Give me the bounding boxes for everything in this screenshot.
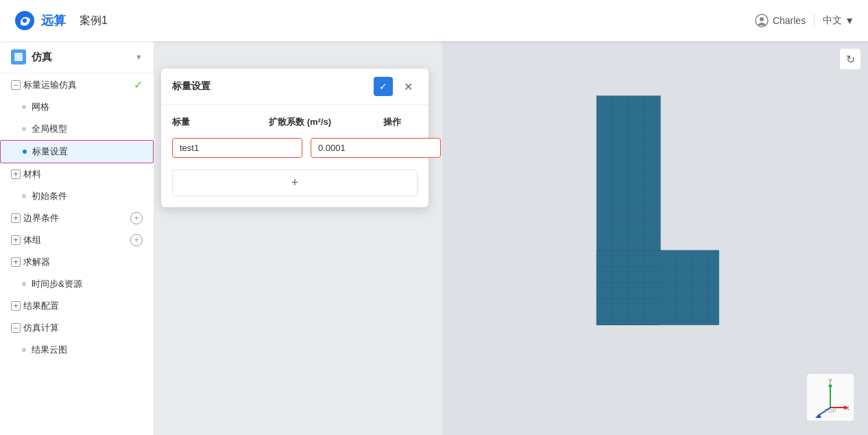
- tree-item[interactable]: 初始条件: [0, 185, 154, 207]
- scalar-name-input[interactable]: [172, 138, 302, 158]
- sidebar-title: 仿真: [32, 51, 52, 64]
- header-divider: [814, 14, 815, 27]
- project-name[interactable]: 案例1: [80, 14, 108, 28]
- tree-item[interactable]: + 体组 +: [0, 229, 154, 251]
- scalar-settings-dialog: 标量设置 ✓ ✕ 标量 扩散系数 (m²/s) 操作 删除 +: [161, 69, 429, 207]
- add-body-icon[interactable]: +: [130, 234, 143, 246]
- tree-label-scalar-transport: 标量运输仿真: [23, 79, 77, 91]
- sidebar-title-area: 仿真: [11, 49, 52, 64]
- tree-label-time-resources: 时间步&资源: [32, 278, 82, 290]
- user-icon: [755, 14, 769, 27]
- tree-label-sim-compute: 仿真计算: [23, 322, 59, 334]
- svg-point-31: [604, 104, 605, 105]
- scalar-row: 删除: [172, 135, 418, 160]
- lang-dropdown-icon: ▼: [845, 15, 854, 26]
- expand-icon-plus: +: [11, 169, 21, 179]
- tree-label-global-model: 全局模型: [32, 123, 67, 135]
- lang-label: 中文: [823, 14, 842, 27]
- svg-point-1: [23, 19, 27, 23]
- logo-area: 远算 案例1: [14, 10, 108, 32]
- tree-item[interactable]: + 边界条件 +: [0, 207, 154, 229]
- tree-label-initial-conditions: 初始条件: [32, 190, 67, 202]
- col-header-scalar: 标量: [172, 116, 261, 128]
- expand-icon-plus: +: [11, 213, 21, 223]
- mesh-svg: [442, 41, 868, 435]
- tree-item[interactable]: + 结果配置: [0, 295, 154, 317]
- dot-icon: [22, 348, 26, 352]
- tree-item[interactable]: 时间步&资源: [0, 273, 154, 295]
- dialog-title: 标量设置: [172, 80, 210, 93]
- viewport-3d: ↻: [442, 41, 868, 435]
- tree-label-scalar-settings: 标量设置: [32, 145, 68, 158]
- tree-label-result-cloud: 结果云图: [32, 344, 67, 356]
- app-header: 远算 案例1 Charles 中文 ▼: [0, 0, 868, 41]
- tree-label-body-groups: 体组: [23, 234, 41, 246]
- tree-item[interactable]: 网格: [0, 96, 154, 118]
- dot-icon: [22, 127, 26, 131]
- col-header-diffusion: 扩散系数 (m²/s): [269, 116, 375, 128]
- dot-icon: [23, 150, 27, 154]
- tree-item[interactable]: + 求解器: [0, 251, 154, 273]
- tree-item-scalar-settings[interactable]: 标量设置: [0, 140, 154, 163]
- expand-icon-minus: −: [11, 80, 21, 90]
- expand-icon-plus: +: [11, 301, 21, 311]
- col-header-action: 操作: [383, 116, 418, 128]
- tree-item[interactable]: − 标量运输仿真 ✓: [0, 73, 154, 96]
- svg-rect-4: [14, 53, 23, 61]
- status-check-icon: ✓: [134, 78, 143, 91]
- language-selector[interactable]: 中文 ▼: [823, 14, 854, 27]
- cube-icon: [11, 49, 26, 64]
- tree-label-mesh: 网格: [32, 101, 49, 113]
- add-boundary-icon[interactable]: +: [130, 212, 143, 224]
- axis-indicator: Y X TOP: [806, 373, 854, 421]
- dialog-actions: ✓ ✕: [374, 77, 418, 96]
- app-name: 远算: [41, 12, 66, 29]
- sidebar-toggle-icon[interactable]: ▼: [135, 53, 143, 61]
- tree-label-result-config: 结果配置: [23, 300, 59, 312]
- tree-item[interactable]: 全局模型: [0, 118, 154, 140]
- sidebar-header: 仿真 ▼: [0, 41, 154, 73]
- add-row-button[interactable]: +: [172, 169, 418, 196]
- dot-icon: [22, 282, 26, 286]
- header-right: Charles 中文 ▼: [755, 14, 854, 27]
- dialog-header: 标量设置 ✓ ✕: [161, 69, 429, 105]
- dot-icon: [22, 105, 26, 109]
- diffusion-input[interactable]: [311, 138, 441, 158]
- tree-label-boundary-conditions: 边界条件: [23, 212, 59, 224]
- user-info[interactable]: Charles: [755, 14, 806, 27]
- tree-item[interactable]: + 材料: [0, 163, 154, 185]
- dialog-body: 标量 扩散系数 (m²/s) 操作 删除 +: [161, 105, 429, 207]
- tree-item[interactable]: 结果云图: [0, 339, 154, 361]
- expand-icon-plus: +: [11, 257, 21, 267]
- close-button[interactable]: ✕: [398, 77, 418, 96]
- tree-item[interactable]: − 仿真计算: [0, 317, 154, 339]
- sidebar: 仿真 ▼ − 标量运输仿真 ✓ 网格 全局模型 标量设置 + 材料 初始条件: [0, 41, 154, 435]
- tree-label-solver: 求解器: [23, 256, 50, 268]
- logo-icon: [14, 10, 36, 32]
- svg-point-33: [636, 104, 638, 105]
- tree-label-material: 材料: [23, 168, 41, 180]
- refresh-button[interactable]: ↻: [839, 48, 861, 70]
- expand-icon-plus: +: [11, 235, 21, 245]
- svg-point-32: [620, 104, 621, 105]
- table-header: 标量 扩散系数 (m²/s) 操作: [172, 116, 418, 128]
- expand-icon-minus: −: [11, 323, 21, 333]
- username: Charles: [773, 15, 806, 26]
- svg-point-34: [652, 104, 653, 105]
- dot-icon: [22, 194, 26, 198]
- svg-point-3: [760, 17, 764, 21]
- main-layout: 仿真 ▼ − 标量运输仿真 ✓ 网格 全局模型 标量设置 + 材料 初始条件: [0, 41, 868, 435]
- content-area: 标量设置 ✓ ✕ 标量 扩散系数 (m²/s) 操作 删除 +: [154, 41, 868, 435]
- confirm-button[interactable]: ✓: [374, 77, 393, 96]
